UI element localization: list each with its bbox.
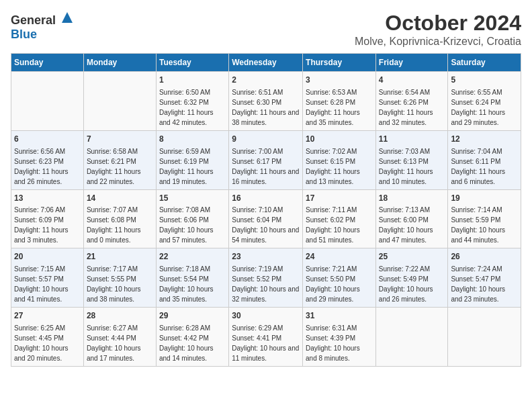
calendar-week-row: 6Sunrise: 6:56 AM Sunset: 6:23 PM Daylig…	[11, 130, 521, 189]
day-of-week-header: Thursday	[303, 54, 376, 72]
day-number: 11	[379, 134, 445, 145]
logo: General Blue	[11, 11, 74, 42]
calendar-cell: 25Sunrise: 7:22 AM Sunset: 5:49 PM Dayli…	[375, 248, 448, 308]
day-info: Sunrise: 7:10 AM Sunset: 6:04 PM Dayligh…	[232, 206, 299, 244]
svg-marker-0	[62, 12, 73, 23]
day-info: Sunrise: 7:02 AM Sunset: 6:15 PM Dayligh…	[306, 148, 360, 185]
day-number: 12	[451, 134, 518, 145]
calendar-cell: 2Sunrise: 6:51 AM Sunset: 6:30 PM Daylig…	[229, 72, 303, 131]
day-info: Sunrise: 7:24 AM Sunset: 5:47 PM Dayligh…	[451, 265, 505, 303]
day-info: Sunrise: 6:54 AM Sunset: 6:26 PM Dayligh…	[379, 89, 433, 126]
day-info: Sunrise: 6:51 AM Sunset: 6:30 PM Dayligh…	[232, 89, 299, 126]
day-number: 13	[14, 193, 81, 204]
day-info: Sunrise: 7:19 AM Sunset: 5:52 PM Dayligh…	[232, 265, 299, 303]
calendar-week-row: 13Sunrise: 7:06 AM Sunset: 6:09 PM Dayli…	[11, 189, 521, 248]
day-info: Sunrise: 6:27 AM Sunset: 4:44 PM Dayligh…	[87, 324, 141, 362]
calendar-cell: 1Sunrise: 6:50 AM Sunset: 6:32 PM Daylig…	[156, 72, 228, 131]
day-number: 14	[87, 193, 153, 204]
day-info: Sunrise: 7:11 AM Sunset: 6:02 PM Dayligh…	[306, 206, 360, 244]
calendar-week-row: 20Sunrise: 7:15 AM Sunset: 5:57 PM Dayli…	[11, 248, 521, 308]
day-info: Sunrise: 7:21 AM Sunset: 5:50 PM Dayligh…	[306, 265, 360, 303]
day-of-week-header: Wednesday	[229, 54, 303, 72]
day-info: Sunrise: 7:03 AM Sunset: 6:13 PM Dayligh…	[379, 148, 433, 185]
calendar-week-row: 27Sunrise: 6:25 AM Sunset: 4:45 PM Dayli…	[11, 308, 521, 367]
day-info: Sunrise: 6:55 AM Sunset: 6:24 PM Dayligh…	[451, 89, 505, 126]
day-info: Sunrise: 7:00 AM Sunset: 6:17 PM Dayligh…	[232, 148, 299, 185]
day-info: Sunrise: 6:50 AM Sunset: 6:32 PM Dayligh…	[159, 89, 214, 126]
calendar-cell: 6Sunrise: 6:56 AM Sunset: 6:23 PM Daylig…	[11, 130, 84, 189]
day-of-week-header: Friday	[375, 54, 448, 72]
day-number: 9	[232, 134, 300, 145]
day-number: 8	[159, 134, 226, 145]
day-number: 5	[451, 75, 518, 86]
logo-text: General Blue	[11, 11, 74, 42]
day-number: 20	[14, 251, 81, 263]
day-number: 2	[232, 75, 300, 86]
calendar-cell: 22Sunrise: 7:18 AM Sunset: 5:54 PM Dayli…	[156, 248, 228, 308]
calendar-cell: 27Sunrise: 6:25 AM Sunset: 4:45 PM Dayli…	[11, 308, 84, 367]
calendar-cell	[448, 308, 521, 367]
day-number: 3	[306, 75, 373, 86]
day-info: Sunrise: 7:08 AM Sunset: 6:06 PM Dayligh…	[159, 206, 214, 244]
day-info: Sunrise: 7:13 AM Sunset: 6:00 PM Dayligh…	[379, 206, 433, 244]
day-number: 18	[379, 193, 445, 204]
day-number: 22	[159, 251, 226, 263]
month-title: October 2024	[355, 11, 521, 36]
day-info: Sunrise: 6:56 AM Sunset: 6:23 PM Dayligh…	[14, 148, 69, 185]
calendar-cell: 13Sunrise: 7:06 AM Sunset: 6:09 PM Dayli…	[11, 189, 84, 248]
day-number: 25	[379, 251, 445, 263]
day-number: 29	[159, 310, 226, 322]
title-section: October 2024 Molve, Koprivnica-Krizevci,…	[355, 11, 521, 48]
day-number: 10	[306, 134, 373, 145]
calendar-cell: 10Sunrise: 7:02 AM Sunset: 6:15 PM Dayli…	[303, 130, 376, 189]
day-info: Sunrise: 7:22 AM Sunset: 5:49 PM Dayligh…	[379, 265, 433, 303]
day-number: 23	[232, 251, 300, 263]
day-number: 28	[87, 310, 153, 322]
calendar-week-row: 1Sunrise: 6:50 AM Sunset: 6:32 PM Daylig…	[11, 72, 521, 131]
calendar-cell: 18Sunrise: 7:13 AM Sunset: 6:00 PM Dayli…	[375, 189, 448, 248]
calendar-cell: 14Sunrise: 7:07 AM Sunset: 6:08 PM Dayli…	[83, 189, 156, 248]
day-info: Sunrise: 7:06 AM Sunset: 6:09 PM Dayligh…	[14, 206, 69, 244]
day-info: Sunrise: 6:25 AM Sunset: 4:45 PM Dayligh…	[14, 324, 69, 362]
calendar-cell	[83, 72, 156, 131]
calendar-table: SundayMondayTuesdayWednesdayThursdayFrid…	[11, 53, 521, 367]
day-number: 4	[379, 75, 445, 86]
calendar-cell: 4Sunrise: 6:54 AM Sunset: 6:26 PM Daylig…	[375, 72, 448, 131]
calendar-cell: 17Sunrise: 7:11 AM Sunset: 6:02 PM Dayli…	[303, 189, 376, 248]
day-info: Sunrise: 6:53 AM Sunset: 6:28 PM Dayligh…	[306, 89, 360, 126]
day-of-week-header: Monday	[83, 54, 156, 72]
calendar-cell: 7Sunrise: 6:58 AM Sunset: 6:21 PM Daylig…	[83, 130, 156, 189]
day-number: 15	[159, 193, 226, 204]
day-info: Sunrise: 7:14 AM Sunset: 5:59 PM Dayligh…	[451, 206, 505, 244]
day-of-week-header: Tuesday	[156, 54, 228, 72]
day-info: Sunrise: 7:04 AM Sunset: 6:11 PM Dayligh…	[451, 148, 505, 185]
calendar-cell	[375, 308, 448, 367]
calendar-cell	[11, 72, 84, 131]
calendar-cell: 26Sunrise: 7:24 AM Sunset: 5:47 PM Dayli…	[448, 248, 521, 308]
calendar-cell: 31Sunrise: 6:31 AM Sunset: 4:39 PM Dayli…	[303, 308, 376, 367]
calendar-header-row: SundayMondayTuesdayWednesdayThursdayFrid…	[11, 54, 521, 72]
day-number: 24	[306, 251, 373, 263]
calendar-cell: 16Sunrise: 7:10 AM Sunset: 6:04 PM Dayli…	[229, 189, 303, 248]
calendar-cell: 11Sunrise: 7:03 AM Sunset: 6:13 PM Dayli…	[375, 130, 448, 189]
calendar-cell: 28Sunrise: 6:27 AM Sunset: 4:44 PM Dayli…	[83, 308, 156, 367]
location-title: Molve, Koprivnica-Krizevci, Croatia	[355, 36, 521, 48]
day-number: 26	[451, 251, 518, 263]
calendar-cell: 15Sunrise: 7:08 AM Sunset: 6:06 PM Dayli…	[156, 189, 228, 248]
calendar-cell: 19Sunrise: 7:14 AM Sunset: 5:59 PM Dayli…	[448, 189, 521, 248]
day-info: Sunrise: 6:29 AM Sunset: 4:41 PM Dayligh…	[232, 324, 299, 362]
day-number: 21	[87, 251, 153, 263]
day-number: 7	[87, 134, 153, 145]
day-of-week-header: Saturday	[448, 54, 521, 72]
day-info: Sunrise: 6:58 AM Sunset: 6:21 PM Dayligh…	[87, 148, 141, 185]
calendar-cell: 12Sunrise: 7:04 AM Sunset: 6:11 PM Dayli…	[448, 130, 521, 189]
calendar-cell: 5Sunrise: 6:55 AM Sunset: 6:24 PM Daylig…	[448, 72, 521, 131]
day-info: Sunrise: 7:18 AM Sunset: 5:54 PM Dayligh…	[159, 265, 214, 303]
day-info: Sunrise: 7:15 AM Sunset: 5:57 PM Dayligh…	[14, 265, 69, 303]
calendar-cell: 23Sunrise: 7:19 AM Sunset: 5:52 PM Dayli…	[229, 248, 303, 308]
day-number: 30	[232, 310, 300, 322]
day-number: 16	[232, 193, 300, 204]
day-info: Sunrise: 7:07 AM Sunset: 6:08 PM Dayligh…	[87, 206, 141, 244]
page-header: General Blue October 2024 Molve, Koprivn…	[11, 11, 521, 48]
day-number: 17	[306, 193, 373, 204]
